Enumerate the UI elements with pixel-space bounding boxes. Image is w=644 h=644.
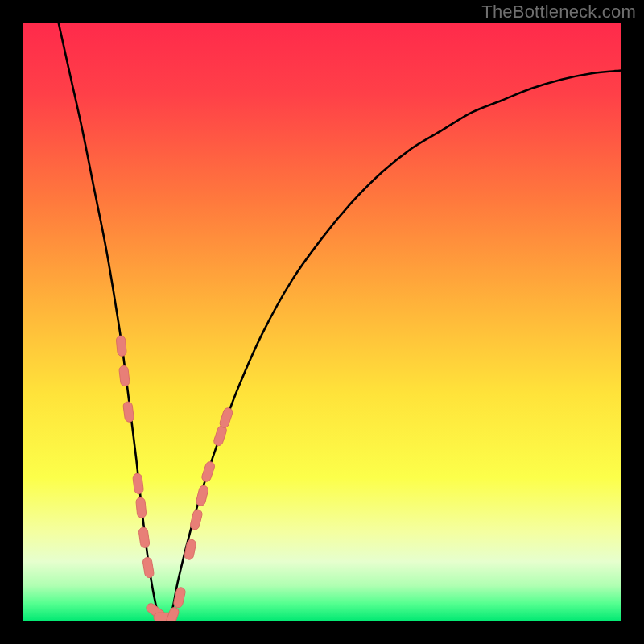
curve-marker	[173, 587, 186, 609]
watermark-text: TheBottleneck.com	[481, 2, 636, 23]
curve-marker	[122, 401, 134, 423]
curve-marker	[116, 336, 127, 357]
curve-marker	[142, 557, 155, 579]
curve-marker	[196, 485, 209, 506]
curve-marker	[184, 539, 196, 560]
curve-marker	[213, 425, 228, 448]
plot-area	[23, 23, 621, 621]
curve-marker	[138, 527, 151, 549]
curve-marker	[136, 497, 147, 518]
curve-marker	[118, 365, 130, 386]
curve-marker	[219, 407, 234, 429]
outer-frame: TheBottleneck.com	[0, 0, 644, 644]
curve-marker	[200, 460, 216, 483]
curve-marker	[132, 473, 143, 494]
curve-markers	[116, 336, 233, 621]
chart-svg	[23, 23, 621, 621]
curve-marker	[189, 509, 203, 530]
